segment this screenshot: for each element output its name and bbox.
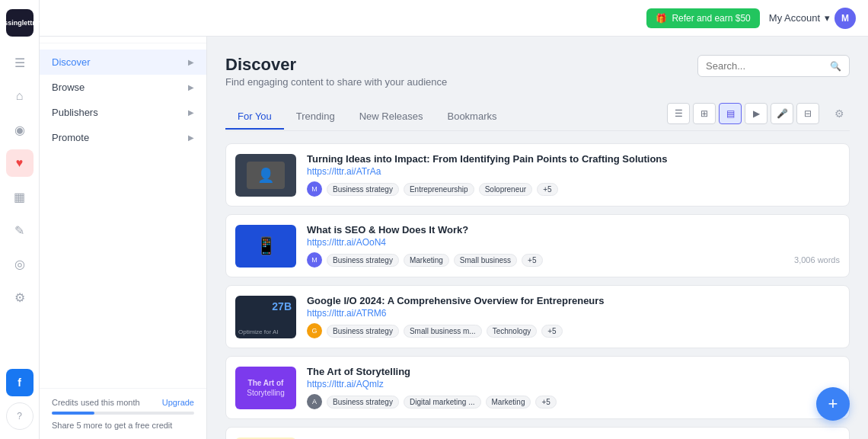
sidebar-footer: Credits used this month Upgrade Share 5 … xyxy=(40,388,206,439)
tag[interactable]: Small business m... xyxy=(404,325,482,338)
avatar: M xyxy=(834,8,856,29)
tag-more[interactable]: +5 xyxy=(541,325,562,338)
article-meta: G Business strategy Small business m... … xyxy=(307,323,840,338)
article-card[interactable]: I SMALLBUSINESSAI GuideUTOMATION Small B… xyxy=(225,427,850,439)
credits-bar-fill xyxy=(52,412,94,415)
tag[interactable]: Business strategy xyxy=(327,325,399,338)
tag[interactable]: Technology xyxy=(487,325,538,338)
view-mic-button[interactable]: 🎤 xyxy=(771,103,793,124)
article-thumbnail: 📱 xyxy=(235,225,296,268)
help-icon[interactable]: ? xyxy=(6,402,34,430)
article-meta: M Business strategy Marketing Small busi… xyxy=(307,252,840,268)
article-card[interactable]: 27B Optimize for AI Google I/O 2024: A C… xyxy=(225,285,850,348)
tabs: For You Trending New Releases Bookmarks xyxy=(225,104,509,129)
view-card-button[interactable]: ▤ xyxy=(719,103,742,124)
tag[interactable]: Business strategy xyxy=(327,254,399,267)
chevron-right-icon: ▶ xyxy=(188,83,194,91)
view-columns-button[interactable]: ⊟ xyxy=(796,103,819,124)
globe-icon[interactable]: ◎ xyxy=(6,250,34,277)
tag-more[interactable]: +5 xyxy=(522,254,542,267)
refer-button[interactable]: 🎁 Refer and earn $50 xyxy=(646,8,759,28)
main-content: Discover Find engaging content to share … xyxy=(207,37,868,439)
gift-icon: 🎁 xyxy=(656,13,667,24)
article-title: The Art of Storytelling xyxy=(307,366,840,377)
view-grid-button[interactable]: ⊞ xyxy=(693,103,716,124)
chevron-right-icon: ▶ xyxy=(188,58,194,66)
search-bar: 🔍 xyxy=(697,55,850,77)
tab-trending[interactable]: Trending xyxy=(284,104,347,130)
chevron-right-icon: ▶ xyxy=(188,133,194,142)
tag[interactable]: Solopreneur xyxy=(479,183,532,196)
chevron-right-icon: ▶ xyxy=(188,108,194,117)
pen-icon[interactable]: ✎ xyxy=(6,216,34,244)
tab-for-you[interactable]: For You xyxy=(225,104,284,130)
search-input[interactable] xyxy=(706,60,825,72)
tag[interactable]: Small business xyxy=(454,254,517,267)
upgrade-link[interactable]: Upgrade xyxy=(162,398,194,407)
article-title: Turning Ideas into Impact: From Identify… xyxy=(307,153,840,165)
calendar-icon[interactable]: ▦ xyxy=(6,183,34,210)
droplet-icon[interactable]: ◉ xyxy=(6,116,34,143)
article-title: Google I/O 2024: A Comprehensive Overvie… xyxy=(307,295,840,306)
article-body: The Art of Storytelling https://lttr.ai/… xyxy=(307,366,840,409)
article-link[interactable]: https://lttr.ai/AQmlz xyxy=(307,379,840,389)
sidebar-item-publishers[interactable]: Publishers ▶ xyxy=(40,100,206,125)
article-body: What is SEO & How Does It Work? https://… xyxy=(307,224,840,268)
view-play-button[interactable]: ▶ xyxy=(745,103,767,124)
tag[interactable]: Business strategy xyxy=(327,396,399,409)
tag[interactable]: Marketing xyxy=(404,254,449,267)
publisher-avatar: A xyxy=(307,394,322,409)
discover-header: Discover Find engaging content to share … xyxy=(225,55,850,100)
search-icon: 🔍 xyxy=(830,61,841,72)
article-meta: M Business strategy Entrepreneurship Sol… xyxy=(307,181,840,197)
sidebar-item-browse[interactable]: Browse ▶ xyxy=(40,75,206,100)
article-card[interactable]: The Art of Storytelling The Art of Story… xyxy=(225,356,850,419)
facebook-icon[interactable]: f xyxy=(6,369,34,396)
credits-label: Credits used this month xyxy=(52,398,140,407)
tag-more[interactable]: +5 xyxy=(537,183,557,196)
tag[interactable]: Business strategy xyxy=(327,183,399,196)
app-logo[interactable]: missinglettr ml xyxy=(6,9,34,37)
article-link[interactable]: https://lttr.ai/AOoN4 xyxy=(307,237,840,248)
menu-icon[interactable]: ☰ xyxy=(6,49,34,76)
sidebar-menu: Discover ▶ Browse ▶ Publishers ▶ Promote… xyxy=(40,43,206,388)
view-list-button[interactable]: ☰ xyxy=(667,103,690,124)
tag[interactable]: Entrepreneurship xyxy=(404,183,474,196)
article-body: Google I/O 2024: A Comprehensive Overvie… xyxy=(307,295,840,338)
article-body: Turning Ideas into Impact: From Identify… xyxy=(307,153,840,197)
settings-icon[interactable]: ⚙ xyxy=(6,284,34,311)
publisher-avatar: M xyxy=(307,252,322,268)
article-thumbnail: The Art of Storytelling xyxy=(235,367,296,409)
account-menu[interactable]: My Account ▾ M xyxy=(769,8,856,29)
fab-button[interactable]: + xyxy=(816,387,850,421)
word-count: 3,006 words xyxy=(794,255,840,264)
article-thumbnail: 👤 xyxy=(235,154,296,197)
article-list: 👤 Turning Ideas into Impact: From Identi… xyxy=(225,143,850,439)
gear-icon[interactable]: ⚙ xyxy=(828,103,850,124)
tab-new-releases[interactable]: New Releases xyxy=(347,104,436,130)
article-meta: A Business strategy Digital marketing ..… xyxy=(307,394,840,409)
icon-bar: missinglettr ml ☰ ⌂ ◉ ♥ ▦ ✎ ◎ ⚙ f ? xyxy=(0,0,40,439)
tag-more[interactable]: +5 xyxy=(535,396,556,409)
content-area: Discover Find engaging content to share … xyxy=(207,37,868,439)
tag[interactable]: Marketing xyxy=(486,396,531,409)
tab-bookmarks[interactable]: Bookmarks xyxy=(435,104,509,130)
sidebar-item-promote[interactable]: Promote ▶ xyxy=(40,125,206,150)
curated-content-icon[interactable]: ♥ xyxy=(6,149,34,177)
article-title: What is SEO & How Does It Work? xyxy=(307,224,840,236)
article-thumbnail: 27B Optimize for AI xyxy=(235,296,296,338)
tag[interactable]: Digital marketing ... xyxy=(404,396,481,409)
article-card[interactable]: 👤 Turning Ideas into Impact: From Identi… xyxy=(225,143,850,207)
sidebar-item-discover[interactable]: Discover ▶ xyxy=(40,50,206,75)
topbar: 🎁 Refer and earn $50 My Account ▾ M xyxy=(40,0,868,37)
publisher-avatar: M xyxy=(307,181,322,197)
article-link[interactable]: https://lttr.ai/ATrAa xyxy=(307,166,840,177)
article-link[interactable]: https://lttr.ai/ATRM6 xyxy=(307,308,840,319)
publisher-avatar: G xyxy=(307,323,322,338)
account-label: My Account xyxy=(769,12,820,24)
article-card[interactable]: 📱 What is SEO & How Does It Work? https:… xyxy=(225,214,850,277)
chevron-down-icon: ▾ xyxy=(825,12,830,24)
page-subtitle: Find engaging content to share with your… xyxy=(225,76,447,88)
tabs-toolbar: For You Trending New Releases Bookmarks … xyxy=(225,103,850,131)
home-icon[interactable]: ⌂ xyxy=(6,82,34,110)
